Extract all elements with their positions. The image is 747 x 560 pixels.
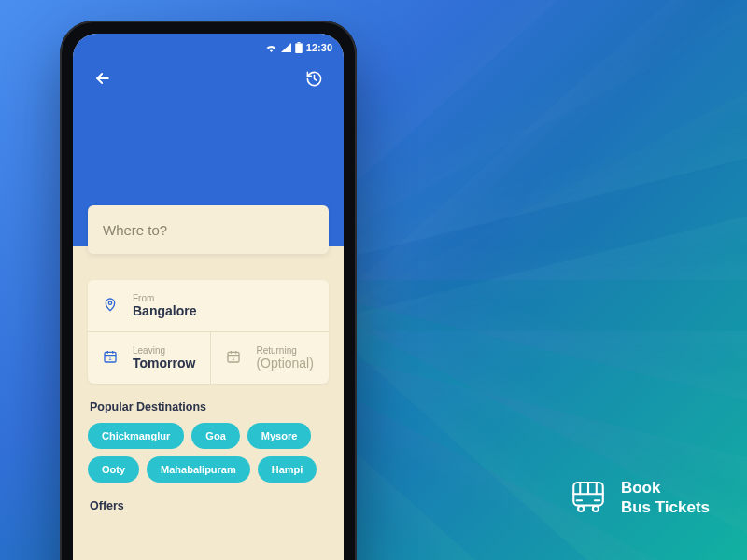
destination-chip[interactable]: Mahabalipuram <box>147 456 250 483</box>
from-label: From <box>133 293 196 303</box>
returning-field[interactable]: 1 Returning (Optional) <box>210 332 329 384</box>
app-toolbar <box>73 56 344 91</box>
svg-point-2 <box>108 301 111 304</box>
signal-icon <box>281 43 291 52</box>
returning-value: (Optional) <box>256 356 313 371</box>
svg-text:1: 1 <box>108 356 112 361</box>
destination-chip[interactable]: Hampi <box>258 456 317 483</box>
back-button[interactable] <box>90 65 116 91</box>
svg-rect-1 <box>297 42 300 44</box>
offers-title: Offers <box>90 499 327 512</box>
search-placeholder: Where to? <box>103 222 167 238</box>
popular-title: Popular Destinations <box>90 400 327 413</box>
destination-chip[interactable]: Chickmanglur <box>88 423 184 449</box>
phone-frame: 12:30 Where to? From <box>60 21 357 560</box>
app-header: 12:30 Where to? <box>73 34 344 246</box>
from-field[interactable]: From Bangalore <box>88 280 329 331</box>
wifi-icon <box>265 43 277 52</box>
calendar-icon: 1 <box>103 349 121 368</box>
brand-line1: Book <box>621 478 710 497</box>
battery-icon <box>295 42 303 53</box>
pin-icon <box>103 296 121 316</box>
svg-rect-0 <box>295 44 303 54</box>
brand-line2: Bus Tickets <box>621 497 710 517</box>
svg-point-9 <box>593 506 599 511</box>
status-bar: 12:30 <box>73 34 344 56</box>
brand-badge: Book Bus Tickets <box>569 476 710 519</box>
calendar-icon: 1 <box>226 349 245 368</box>
search-input[interactable]: Where to? <box>88 205 329 254</box>
leaving-value: Tomorrow <box>133 356 195 371</box>
returning-label: Returning <box>256 345 313 356</box>
leaving-field[interactable]: 1 Leaving Tomorrow <box>88 332 210 384</box>
svg-point-8 <box>578 506 584 511</box>
popular-chips: Chickmanglur Goa Mysore Ooty Mahabalipur… <box>73 423 344 483</box>
destination-chip[interactable]: Goa <box>191 423 239 449</box>
destination-chip[interactable]: Ooty <box>88 456 139 483</box>
from-value: Bangalore <box>133 303 196 318</box>
status-time: 12:30 <box>306 42 332 53</box>
leaving-label: Leaving <box>133 345 195 356</box>
svg-text:1: 1 <box>233 356 236 361</box>
bus-icon <box>569 476 608 519</box>
trip-card: From Bangalore 1 Leaving Tomorrow 1 <box>88 280 329 384</box>
phone-screen: 12:30 Where to? From <box>73 34 344 560</box>
destination-chip[interactable]: Mysore <box>247 423 312 449</box>
history-button[interactable] <box>301 65 327 91</box>
